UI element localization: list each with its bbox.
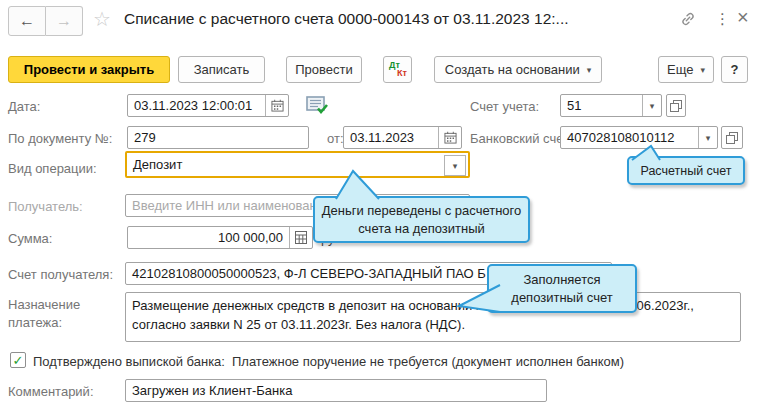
forward-button[interactable]: → bbox=[46, 6, 83, 36]
account-label: Счет учета: bbox=[470, 99, 539, 114]
calendar-icon[interactable] bbox=[438, 127, 461, 148]
help-button[interactable]: ? bbox=[721, 56, 748, 83]
doc-date-value: 03.11.2023 bbox=[344, 127, 438, 148]
posted-status-icon bbox=[306, 96, 328, 118]
back-button[interactable]: ← bbox=[8, 6, 46, 36]
date-field[interactable]: 03.11.2023 12:00:01 bbox=[127, 94, 289, 117]
doc-number-label: По документу №: bbox=[8, 131, 112, 146]
callout-deposit-account: Заполняется депозитный счет bbox=[487, 264, 637, 313]
amount-field[interactable]: 100 000,00 bbox=[127, 226, 313, 249]
menu-dots-icon[interactable]: ⋮ bbox=[711, 8, 734, 30]
post-and-close-button[interactable]: Провести и закрыть bbox=[8, 56, 170, 83]
date-label: Дата: bbox=[8, 99, 40, 114]
forward-arrow-icon: → bbox=[56, 12, 72, 30]
account-open-button[interactable] bbox=[666, 94, 686, 117]
comment-label: Комментарий: bbox=[8, 384, 94, 399]
chevron-down-icon[interactable]: ▾ bbox=[642, 95, 661, 116]
bank-confirmed-checkbox[interactable]: ✓ bbox=[10, 352, 26, 368]
calendar-icon[interactable] bbox=[265, 95, 288, 116]
doc-number-value: 279 bbox=[128, 127, 308, 148]
bank-account-open-button[interactable] bbox=[721, 126, 743, 149]
create-based-on-button[interactable]: Создать на основании ▾ bbox=[434, 56, 602, 83]
credit-label: Кт bbox=[397, 69, 407, 78]
bank-account-value: 407028108010112 bbox=[561, 127, 698, 148]
window-title: Списание с расчетного счета 0000-000143 … bbox=[124, 10, 569, 28]
payee-label: Получатель: bbox=[8, 199, 83, 214]
chevron-down-icon: ▾ bbox=[700, 65, 705, 75]
doc-number-field[interactable]: 279 bbox=[127, 126, 309, 149]
back-arrow-icon: ← bbox=[19, 12, 35, 30]
post-button[interactable]: Провести bbox=[286, 56, 362, 83]
doc-date-label: от: bbox=[327, 131, 344, 146]
amount-value: 100 000,00 bbox=[128, 227, 289, 248]
payment-order-note: Платежное поручение не требуется (докуме… bbox=[232, 354, 624, 369]
comment-field[interactable]: Загружен из Клиент-Банка bbox=[125, 379, 547, 402]
nav-buttons: ← → bbox=[8, 6, 83, 36]
callout-money-transferred: Деньги переведены с расчетного счета на … bbox=[313, 196, 530, 243]
create-based-on-label: Создать на основании bbox=[445, 62, 580, 77]
callout-settlement-account: Расчетный счет bbox=[627, 156, 745, 185]
dt-kt-button[interactable]: Дт Кт bbox=[383, 56, 412, 83]
more-button[interactable]: Еще ▾ bbox=[658, 56, 714, 83]
calculator-icon[interactable] bbox=[289, 227, 312, 248]
bank-account-label: Банковский счет: bbox=[470, 131, 573, 146]
comment-value: Загружен из Клиент-Банка bbox=[126, 380, 546, 401]
payment-purpose-label: Назначение платежа: bbox=[8, 296, 118, 332]
payment-purpose-line2: согласно заявки N 25 от 03.11.2023г. Без… bbox=[132, 315, 734, 334]
payment-purpose-field[interactable]: Размещение денежных средств в депозит на… bbox=[125, 292, 741, 342]
payment-purpose-line1: Размещение денежных средств в депозит на… bbox=[132, 296, 734, 315]
chevron-down-icon[interactable]: ▾ bbox=[444, 155, 466, 176]
more-label: Еще bbox=[667, 62, 693, 77]
link-icon[interactable] bbox=[679, 10, 697, 31]
bank-confirmed-label: Подтверждено выпиской банка: bbox=[33, 354, 225, 369]
account-combo[interactable]: 51 ▾ bbox=[560, 94, 662, 117]
account-value: 51 bbox=[561, 95, 642, 116]
close-icon[interactable]: × bbox=[733, 6, 753, 29]
bank-account-combo[interactable]: 407028108010112 ▾ bbox=[560, 126, 718, 149]
operation-type-label: Вид операции: bbox=[8, 161, 97, 176]
amount-label: Сумма: bbox=[8, 231, 52, 246]
doc-date-field[interactable]: 03.11.2023 bbox=[343, 126, 462, 149]
document-window: ← → ☆ Списание с расчетного счета 0000-0… bbox=[0, 0, 760, 410]
checkmark-icon: ✓ bbox=[13, 354, 24, 367]
chevron-down-icon[interactable]: ▾ bbox=[698, 127, 717, 148]
favorite-star-icon[interactable]: ☆ bbox=[93, 7, 111, 31]
operation-type-value: Депозит bbox=[127, 153, 442, 176]
date-value: 03.11.2023 12:00:01 bbox=[128, 95, 265, 116]
save-button[interactable]: Записать bbox=[178, 56, 265, 83]
recipient-account-label: Счет получателя: bbox=[8, 267, 113, 282]
operation-type-combo[interactable]: Депозит ▾ bbox=[125, 151, 470, 178]
chevron-down-icon: ▾ bbox=[587, 65, 592, 75]
